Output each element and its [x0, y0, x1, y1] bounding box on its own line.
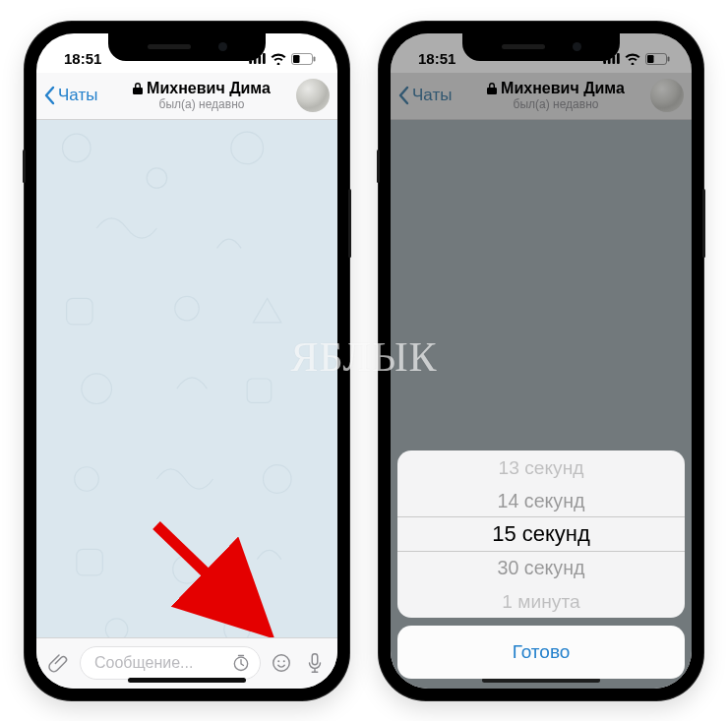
chevron-left-icon — [44, 86, 56, 105]
back-label: Чаты — [412, 86, 452, 105]
wifi-icon — [271, 53, 286, 65]
sticker-smile-icon — [271, 652, 292, 674]
screen: 18:51 Чаты Михневич Дима был( — [391, 33, 692, 689]
svg-point-22 — [273, 655, 290, 672]
lock-icon — [487, 83, 497, 94]
svg-point-11 — [175, 296, 199, 320]
done-button[interactable]: Готово — [397, 626, 685, 679]
notch — [462, 33, 620, 61]
action-sheet: 13 секунд 14 секунд 15 секунд 30 секунд … — [397, 451, 685, 679]
avatar[interactable] — [296, 79, 330, 112]
svg-rect-10 — [67, 298, 93, 325]
svg-rect-6 — [314, 56, 316, 61]
lock-icon — [133, 83, 143, 94]
svg-rect-16 — [77, 549, 103, 575]
timer-picker-card: 13 секунд 14 секунд 15 секунд 30 секунд … — [397, 451, 685, 618]
back-button[interactable]: Чаты — [44, 86, 113, 105]
svg-rect-28 — [612, 56, 615, 64]
front-camera — [573, 42, 581, 51]
back-label: Чаты — [58, 86, 97, 105]
svg-rect-26 — [603, 60, 606, 64]
mic-button[interactable] — [302, 650, 328, 676]
svg-rect-29 — [617, 53, 620, 64]
home-indicator[interactable] — [128, 678, 246, 683]
attach-button[interactable] — [46, 650, 72, 676]
phone-left: 18:51 Чаты Михневич Дима был( — [25, 22, 349, 700]
done-label: Готово — [513, 641, 571, 663]
navbar: Чаты Михневич Дима был(а) недавно — [36, 73, 337, 120]
navbar: Чаты Михневич Дима был(а) недавно — [391, 73, 692, 120]
microphone-icon — [305, 652, 325, 674]
timer-icon — [231, 653, 251, 673]
svg-rect-31 — [647, 55, 654, 63]
svg-point-14 — [75, 466, 98, 490]
chat-title: Михневич Дима — [501, 80, 625, 97]
chat-pattern — [36, 120, 337, 637]
svg-rect-3 — [263, 53, 266, 64]
svg-point-7 — [63, 134, 91, 162]
battery-icon — [645, 53, 670, 65]
message-placeholder: Сообщение... — [94, 654, 193, 672]
screen: 18:51 Чаты Михневич Дима был( — [36, 33, 337, 689]
status-time: 18:51 — [64, 50, 101, 67]
wifi-icon — [625, 53, 640, 65]
svg-rect-13 — [247, 379, 271, 402]
sticker-button[interactable] — [269, 650, 294, 676]
picker-option[interactable]: 14 секунд — [400, 484, 682, 516]
paperclip-icon — [48, 652, 70, 674]
status-time: 18:51 — [418, 50, 455, 67]
chat-background — [36, 120, 337, 637]
timer-picker[interactable]: 13 секунд 14 секунд 15 секунд 30 секунд … — [397, 451, 685, 618]
speaker-grille — [148, 44, 191, 49]
speaker-grille — [502, 44, 545, 49]
front-camera — [218, 42, 227, 51]
phone-right: 18:51 Чаты Михневич Дима был( — [379, 22, 703, 700]
chevron-left-icon — [398, 86, 410, 105]
svg-rect-25 — [312, 654, 318, 665]
svg-rect-2 — [258, 56, 261, 64]
picker-option-selected[interactable]: 15 секунд — [397, 517, 685, 551]
svg-point-24 — [283, 660, 285, 662]
svg-point-17 — [173, 555, 202, 583]
picker-option[interactable]: 13 секунд — [403, 451, 679, 483]
svg-point-8 — [147, 167, 166, 187]
picker-option[interactable]: 1 минута — [403, 584, 679, 617]
chat-title: Михневич Дима — [147, 80, 271, 97]
avatar[interactable] — [650, 79, 684, 112]
svg-point-9 — [231, 132, 264, 164]
notch — [108, 33, 266, 61]
svg-rect-5 — [293, 55, 300, 63]
svg-point-12 — [82, 373, 112, 403]
chat-subtitle: был(а) недавно — [514, 98, 599, 111]
back-button[interactable]: Чаты — [398, 86, 467, 105]
svg-rect-32 — [668, 56, 670, 61]
svg-rect-0 — [249, 60, 252, 64]
svg-point-18 — [105, 618, 127, 636]
navbar-title-wrap[interactable]: Михневич Дима был(а) недавно — [467, 80, 644, 111]
battery-icon — [291, 53, 316, 65]
picker-option[interactable]: 30 секунд — [400, 551, 682, 583]
chat-subtitle: был(а) недавно — [159, 98, 245, 111]
self-destruct-timer-button[interactable] — [230, 652, 252, 674]
navbar-title-wrap[interactable]: Михневич Дима был(а) недавно — [113, 80, 290, 111]
svg-point-19 — [224, 616, 251, 636]
svg-point-23 — [277, 660, 279, 662]
svg-point-15 — [264, 464, 292, 493]
message-input[interactable]: Сообщение... — [80, 646, 261, 680]
